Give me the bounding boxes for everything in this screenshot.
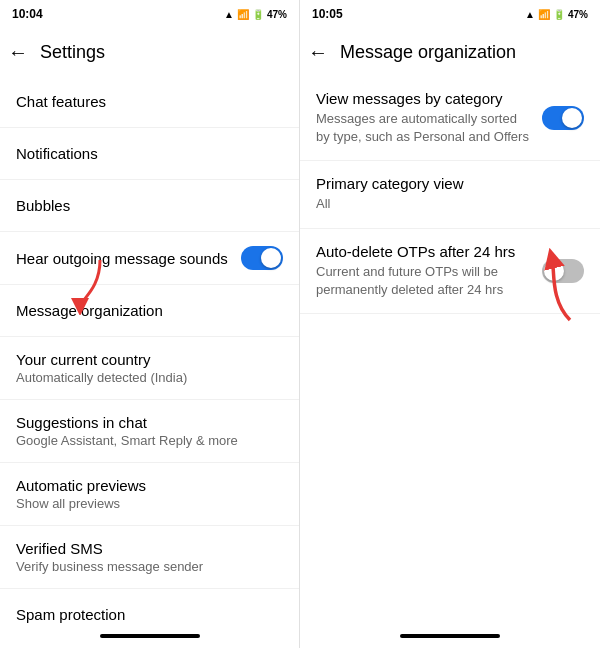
view-category-toggle[interactable] xyxy=(542,106,584,130)
right-panel: 10:05 ▲ 📶 🔋 47% ← Message organization V… xyxy=(300,0,600,648)
settings-item-notifications[interactable]: Notifications xyxy=(0,128,299,180)
verified-sms-title: Verified SMS xyxy=(16,540,283,557)
battery-icon-r: 🔋 xyxy=(553,9,565,20)
status-bar-right: 10:05 ▲ 📶 🔋 47% xyxy=(300,0,600,28)
status-icons-right: ▲ 📶 🔋 47% xyxy=(525,9,588,20)
home-indicator-left xyxy=(100,634,200,638)
settings-item-hear-outgoing[interactable]: Hear outgoing message sounds xyxy=(0,232,299,285)
left-panel: 10:04 ▲ 📶 🔋 47% ← Settings Chat features… xyxy=(0,0,300,648)
bottom-bar-left xyxy=(0,628,299,648)
battery-icon: 🔋 xyxy=(252,9,264,20)
message-org-title: Message organization xyxy=(16,302,283,319)
spam-title: Spam protection xyxy=(16,606,283,623)
primary-category-subtitle: All xyxy=(316,195,584,213)
status-bar-left: 10:04 ▲ 📶 🔋 47% xyxy=(0,0,299,28)
settings-item-bubbles[interactable]: Bubbles xyxy=(0,180,299,232)
hear-outgoing-toggle[interactable] xyxy=(241,246,283,270)
toggle-knob-ad xyxy=(544,261,564,281)
msg-org-primary-category[interactable]: Primary category view All xyxy=(300,161,600,228)
country-title: Your current country xyxy=(16,351,283,368)
suggestions-subtitle: Google Assistant, Smart Reply & more xyxy=(16,433,283,448)
auto-delete-title: Auto-delete OTPs after 24 hrs xyxy=(316,243,530,260)
country-subtitle: Automatically detected (India) xyxy=(16,370,283,385)
time-right: 10:05 xyxy=(312,7,343,21)
wifi-icon-r: 📶 xyxy=(538,9,550,20)
time-left: 10:04 xyxy=(12,7,43,21)
back-button-left[interactable]: ← xyxy=(8,41,28,64)
primary-category-title: Primary category view xyxy=(316,175,584,192)
toggle-knob-vc xyxy=(562,108,582,128)
bottom-bar-right xyxy=(300,628,600,648)
settings-item-verified-sms[interactable]: Verified SMS Verify business message sen… xyxy=(0,526,299,589)
settings-item-suggestions[interactable]: Suggestions in chat Google Assistant, Sm… xyxy=(0,400,299,463)
battery-pct-right: 47% xyxy=(568,9,588,20)
bubbles-title: Bubbles xyxy=(16,197,283,214)
signal-icon-r: ▲ xyxy=(525,9,535,20)
back-button-right[interactable]: ← xyxy=(308,41,328,64)
page-title-right: Message organization xyxy=(340,42,516,63)
auto-previews-title: Automatic previews xyxy=(16,477,283,494)
auto-delete-subtitle: Current and future OTPs will be permanen… xyxy=(316,263,530,299)
top-bar-right: ← Message organization xyxy=(300,28,600,76)
toggle-knob xyxy=(261,248,281,268)
home-indicator-right xyxy=(400,634,500,638)
signal-icon: ▲ xyxy=(224,9,234,20)
chat-features-title: Chat features xyxy=(16,93,283,110)
status-icons-left: ▲ 📶 🔋 47% xyxy=(224,9,287,20)
msg-org-view-category[interactable]: View messages by category Messages are a… xyxy=(300,76,600,161)
battery-pct-left: 47% xyxy=(267,9,287,20)
msg-org-auto-delete[interactable]: Auto-delete OTPs after 24 hrs Current an… xyxy=(300,229,600,314)
settings-list: Chat features Notifications Bubbles Hear… xyxy=(0,76,299,628)
verified-sms-subtitle: Verify business message sender xyxy=(16,559,283,574)
auto-previews-subtitle: Show all previews xyxy=(16,496,283,511)
settings-item-chat-features[interactable]: Chat features xyxy=(0,76,299,128)
settings-item-auto-previews[interactable]: Automatic previews Show all previews xyxy=(0,463,299,526)
suggestions-title: Suggestions in chat xyxy=(16,414,283,431)
view-category-title: View messages by category xyxy=(316,90,530,107)
settings-item-spam[interactable]: Spam protection xyxy=(0,589,299,628)
settings-item-message-org[interactable]: Message organization xyxy=(0,285,299,337)
settings-item-country[interactable]: Your current country Automatically detec… xyxy=(0,337,299,400)
view-category-subtitle: Messages are automatically sorted by typ… xyxy=(316,110,530,146)
top-bar-left: ← Settings xyxy=(0,28,299,76)
notifications-title: Notifications xyxy=(16,145,283,162)
hear-outgoing-title: Hear outgoing message sounds xyxy=(16,250,241,267)
page-title-left: Settings xyxy=(40,42,105,63)
auto-delete-toggle[interactable] xyxy=(542,259,584,283)
wifi-icon: 📶 xyxy=(237,9,249,20)
